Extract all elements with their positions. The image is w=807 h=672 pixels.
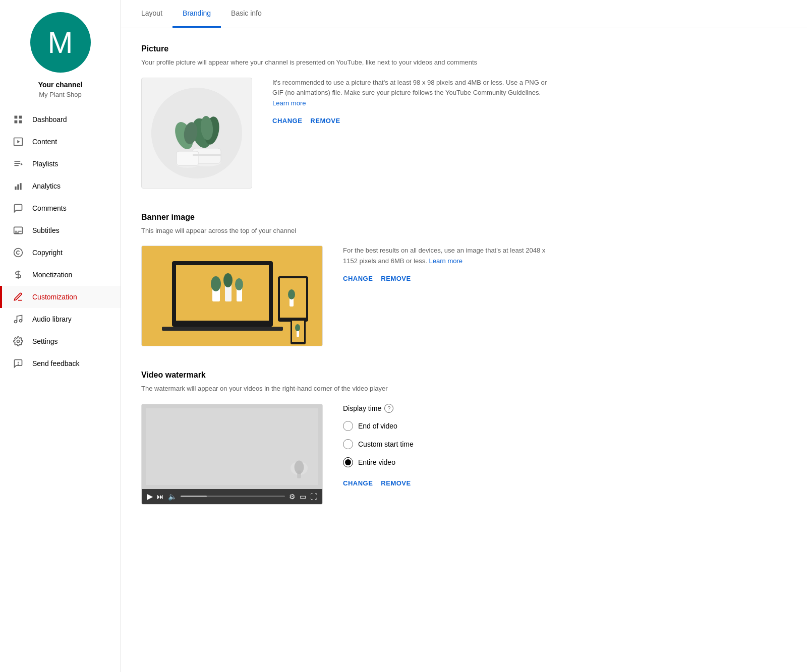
gear-icon	[12, 335, 24, 347]
svg-rect-3	[19, 120, 22, 124]
tab-layout[interactable]: Layout	[131, 0, 172, 28]
watermark-remove-button[interactable]: REMOVE	[381, 479, 411, 487]
watermark-video-preview: ▶ ⏭ 🔈 ⚙ ▭	[141, 404, 323, 505]
banner-mockup-svg	[142, 246, 323, 346]
profile-circle	[151, 88, 242, 178]
radio-group: End of video Custom start time Entire vi…	[343, 421, 555, 467]
radio-input-end-of-video[interactable]	[343, 421, 353, 431]
radio-entire-video[interactable]: Entire video	[343, 457, 555, 467]
svg-point-44	[235, 278, 243, 290]
sidebar-item-label: Copyright	[32, 249, 63, 257]
svg-rect-14	[15, 231, 17, 232]
banner-section: Banner image This image will appear acro…	[141, 213, 555, 347]
main-content: Layout Branding Basic info Picture Your …	[121, 0, 807, 672]
banner-change-button[interactable]: CHANGE	[343, 275, 373, 282]
svg-rect-1	[19, 116, 22, 119]
comment-icon	[12, 202, 24, 214]
sidebar-item-label: Subtitles	[32, 226, 60, 234]
svg-rect-8	[15, 165, 19, 166]
sidebar-item-playlists[interactable]: Playlists	[0, 153, 121, 175]
svg-point-57	[295, 460, 304, 474]
tab-branding[interactable]: Branding	[172, 0, 221, 28]
picture-desc: Your profile picture will appear where y…	[141, 57, 555, 68]
fullscreen-control-icon[interactable]: ⛶	[310, 493, 317, 501]
svg-rect-12	[20, 183, 21, 190]
watermark-screen-svg	[146, 408, 318, 485]
picture-info-text: It's recommended to use a picture that's…	[272, 78, 555, 109]
help-icon[interactable]: ?	[384, 404, 393, 413]
progress-bar[interactable]	[181, 496, 285, 497]
svg-rect-11	[17, 185, 19, 190]
sidebar-item-copyright[interactable]: Copyright	[0, 241, 121, 264]
sidebar: M Your channel My Plant Shop Dashboard C…	[0, 0, 121, 672]
grid-icon	[12, 113, 24, 126]
sidebar-item-send-feedback[interactable]: Send feedback	[0, 352, 121, 375]
sidebar-item-label: Audio library	[32, 315, 72, 323]
banner-desc: This image will appear across the top of…	[141, 226, 555, 236]
theater-control-icon[interactable]: ▭	[300, 493, 306, 501]
sidebar-item-comments[interactable]: Comments	[0, 197, 121, 219]
svg-marker-5	[17, 140, 20, 144]
banner-learn-more-link[interactable]: Learn more	[429, 257, 463, 265]
sidebar-item-content[interactable]: Content	[0, 131, 121, 153]
feedback-icon	[12, 357, 24, 370]
list-icon	[12, 158, 24, 170]
svg-point-49	[288, 289, 295, 299]
profile-picture-preview	[141, 78, 252, 189]
sidebar-item-monetization[interactable]: Monetization	[0, 264, 121, 286]
sidebar-item-dashboard[interactable]: Dashboard	[0, 108, 121, 131]
sidebar-item-settings[interactable]: Settings	[0, 330, 121, 352]
play-control-icon[interactable]: ▶	[147, 492, 153, 501]
sidebar-item-label: Send feedback	[32, 359, 79, 368]
banner-remove-button[interactable]: REMOVE	[381, 275, 411, 282]
picture-remove-button[interactable]: REMOVE	[310, 117, 340, 125]
svg-rect-34	[193, 154, 221, 156]
picture-actions: CHANGE REMOVE	[272, 117, 555, 125]
svg-rect-0	[15, 116, 18, 119]
tab-basic-info[interactable]: Basic info	[221, 0, 272, 28]
watermark-info: Display time ? End of video Custom start…	[343, 404, 555, 487]
svg-rect-7	[15, 163, 21, 164]
skip-control-icon[interactable]: ⏭	[157, 493, 164, 501]
channel-title: Your channel	[38, 81, 83, 89]
video-screen	[142, 404, 322, 489]
svg-rect-15	[18, 231, 22, 232]
picture-title: Picture	[141, 44, 555, 53]
svg-rect-6	[15, 161, 21, 162]
radio-input-custom-start-time[interactable]	[343, 439, 353, 449]
avatar: M	[30, 12, 91, 73]
tabs-bar: Layout Branding Basic info	[121, 0, 807, 28]
sidebar-item-audio-library[interactable]: Audio library	[0, 308, 121, 330]
music-icon	[12, 313, 24, 325]
svg-rect-10	[15, 187, 16, 190]
sidebar-item-label: Dashboard	[32, 115, 67, 124]
sidebar-item-customization[interactable]: Customization	[0, 286, 121, 308]
branding-content: Picture Your profile picture will appear…	[121, 28, 575, 545]
svg-point-21	[17, 340, 20, 343]
sidebar-item-subtitles[interactable]: Subtitles	[0, 219, 121, 241]
radio-custom-start-time[interactable]: Custom start time	[343, 439, 555, 449]
picture-info: It's recommended to use a picture that's…	[272, 78, 555, 125]
radio-input-entire-video[interactable]	[343, 457, 353, 467]
volume-control-icon[interactable]: 🔈	[168, 493, 177, 501]
bar-chart-icon	[12, 180, 24, 192]
svg-point-42	[223, 273, 233, 287]
sidebar-item-analytics[interactable]: Analytics	[0, 175, 121, 197]
watermark-desc: The watermark will appear on your videos…	[141, 384, 555, 394]
picture-body: It's recommended to use a picture that's…	[141, 78, 555, 189]
picture-learn-more-link[interactable]: Learn more	[272, 99, 306, 107]
svg-rect-38	[176, 265, 269, 321]
banner-image-preview	[141, 246, 323, 346]
watermark-title: Video watermark	[141, 371, 555, 380]
banner-title: Banner image	[141, 213, 555, 222]
brush-icon	[12, 291, 24, 303]
sidebar-item-label: Monetization	[32, 271, 72, 279]
sidebar-item-label: Customization	[32, 293, 77, 301]
picture-change-button[interactable]: CHANGE	[272, 117, 302, 125]
watermark-change-button[interactable]: CHANGE	[343, 479, 373, 487]
svg-rect-16	[15, 232, 19, 233]
svg-point-20	[20, 320, 22, 322]
sidebar-item-label: Comments	[32, 204, 67, 212]
radio-end-of-video[interactable]: End of video	[343, 421, 555, 431]
settings-control-icon[interactable]: ⚙	[289, 493, 296, 501]
